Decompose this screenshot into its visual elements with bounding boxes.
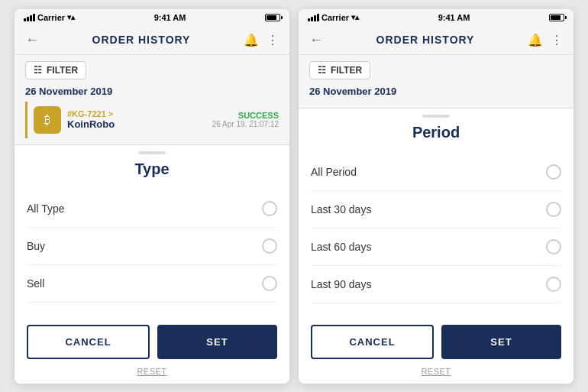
bottom-sheet-type: Type All Type Buy Sell CANCEL SET — [15, 145, 289, 384]
handle-bar-2 — [422, 115, 450, 118]
option-last-30[interactable]: Last 30 days — [311, 191, 561, 228]
option-sell[interactable]: Sell — [27, 265, 277, 303]
period-options-list: All Period Last 30 days Last 60 days Las… — [299, 154, 573, 316]
order-logo: ₿ — [34, 106, 61, 134]
top-section-2: ☷ FILTER 26 November 2019 — [299, 55, 573, 109]
signal-icon — [24, 14, 35, 21]
filter-icon-2: ☷ — [318, 65, 326, 76]
sheet-title-1: Type — [15, 157, 289, 190]
bell-icon-2[interactable]: 🔔 — [528, 33, 543, 47]
back-button[interactable]: ← — [25, 32, 39, 48]
nav-bar-1: ← ORDER HISTORY 🔔 ⋮ — [15, 26, 289, 55]
filter-label-2: FILTER — [331, 65, 362, 76]
option-all-period[interactable]: All Period — [311, 154, 561, 191]
radio-all-type[interactable] — [262, 201, 277, 216]
buttons-area-2: CANCEL SET — [299, 316, 573, 364]
carrier-label: Carrier — [37, 13, 65, 22]
radio-last-60[interactable] — [546, 239, 561, 254]
handle-bar-1 — [138, 151, 166, 154]
type-options-list: All Type Buy Sell — [15, 190, 289, 316]
order-info: #KG-7221 > KoinRobo — [67, 109, 206, 130]
option-buy[interactable]: Buy — [27, 228, 277, 265]
order-right: SUCCESS 26 Apr 19, 21:07:12 — [212, 111, 279, 128]
filter-button-1[interactable]: ☷ FILTER — [25, 61, 86, 79]
set-button-1[interactable]: SET — [157, 325, 277, 359]
cancel-button-2[interactable]: CANCEL — [311, 325, 434, 359]
time-label-2: 9:41 AM — [438, 13, 470, 22]
bottom-sheet-period: Period All Period Last 30 days Last 60 d… — [299, 109, 573, 384]
date-label-2: 26 November 2019 — [309, 86, 563, 97]
bell-icon[interactable]: 🔔 — [244, 33, 259, 47]
filter-button-2[interactable]: ☷ FILTER — [309, 61, 370, 79]
option-sell-label: Sell — [27, 277, 44, 290]
battery-icon — [265, 14, 280, 21]
screen-period: Carrier ▾▴ 9:41 AM ← ORDER HISTORY 🔔 ⋮ ☷… — [299, 9, 573, 384]
cancel-button-1[interactable]: CANCEL — [27, 325, 150, 359]
order-row: ₿ #KG-7221 > KoinRobo SUCCESS 26 Apr 19,… — [25, 102, 279, 138]
reset-link-1[interactable]: RESET — [15, 364, 289, 384]
nav-bar-2: ← ORDER HISTORY 🔔 ⋮ — [299, 26, 573, 55]
radio-buy[interactable] — [262, 238, 277, 254]
more-icon-2[interactable]: ⋮ — [551, 33, 563, 47]
date-label-1: 26 November 2019 — [25, 86, 279, 97]
option-last-30-label: Last 30 days — [311, 203, 371, 215]
filter-icon-1: ☷ — [34, 65, 42, 76]
back-button-2[interactable]: ← — [309, 32, 323, 48]
order-status: SUCCESS — [212, 111, 279, 120]
option-last-90-label: Last 90 days — [311, 278, 371, 290]
radio-last-90[interactable] — [546, 277, 561, 292]
wifi-icon: ▾▴ — [67, 13, 75, 21]
option-all-type[interactable]: All Type — [27, 190, 277, 228]
wifi-icon-2: ▾▴ — [351, 13, 359, 21]
radio-sell[interactable] — [262, 276, 277, 291]
radio-all-period[interactable] — [546, 164, 561, 180]
reset-link-2[interactable]: RESET — [299, 364, 573, 384]
nav-title-2: ORDER HISTORY — [376, 34, 475, 46]
sheet-title-2: Period — [299, 121, 573, 154]
screen-type: Carrier ▾▴ 9:41 AM ← ORDER HISTORY 🔔 ⋮ ☷… — [15, 9, 289, 384]
filter-label-1: FILTER — [47, 65, 78, 76]
battery-icon-2 — [549, 14, 564, 21]
option-last-60-label: Last 60 days — [311, 241, 371, 253]
set-button-2[interactable]: SET — [441, 325, 561, 359]
order-id: #KG-7221 > — [67, 109, 206, 118]
option-all-period-label: All Period — [311, 166, 357, 178]
order-date: 26 Apr 19, 21:07:12 — [212, 120, 279, 128]
option-last-90[interactable]: Last 90 days — [311, 266, 561, 303]
option-buy-label: Buy — [27, 240, 45, 252]
status-bar-1: Carrier ▾▴ 9:41 AM — [15, 9, 289, 26]
time-label: 9:41 AM — [154, 13, 186, 22]
sheet-handle-2 — [299, 109, 573, 121]
radio-last-30[interactable] — [546, 202, 561, 217]
top-section-1: ☷ FILTER 26 November 2019 ₿ #KG-7221 > K… — [15, 55, 289, 145]
signal-icon-2 — [308, 14, 319, 21]
option-last-60[interactable]: Last 60 days — [311, 228, 561, 266]
order-name: KoinRobo — [67, 118, 206, 130]
option-all-type-label: All Type — [27, 202, 65, 215]
status-bar-2: Carrier ▾▴ 9:41 AM — [299, 9, 573, 26]
more-icon[interactable]: ⋮ — [267, 33, 279, 47]
sheet-handle-1 — [15, 145, 289, 157]
carrier-label-2: Carrier — [321, 13, 349, 22]
buttons-area-1: CANCEL SET — [15, 316, 289, 364]
nav-title-1: ORDER HISTORY — [92, 34, 191, 46]
